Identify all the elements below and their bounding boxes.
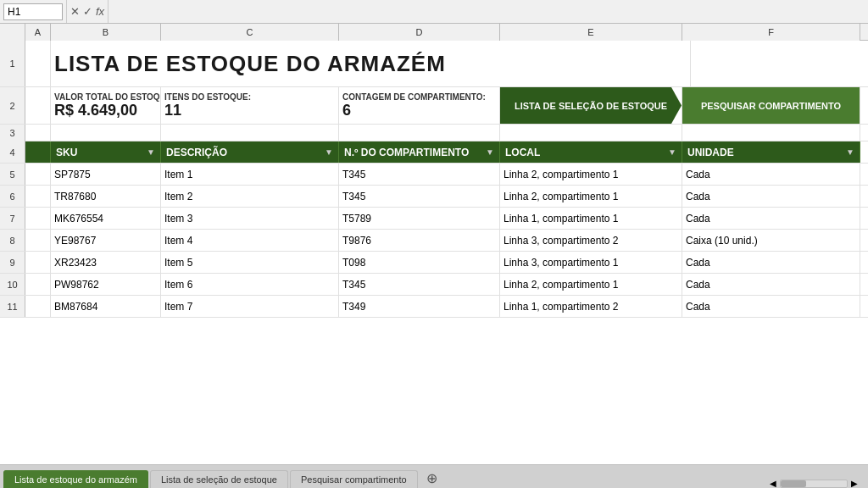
cell-b2-stats: VALOR TOTAL DO ESTOQUE: R$ 4.649,00	[51, 87, 161, 124]
cell-unit-7[interactable]: Cada	[682, 208, 860, 229]
cell-a3	[25, 125, 51, 141]
row-num-9: 9	[0, 252, 25, 273]
sku-dropdown-icon[interactable]: ▼	[147, 147, 155, 157]
col-header-c[interactable]: C	[161, 24, 339, 41]
scroll-track[interactable]	[780, 480, 848, 488]
items-value: 11	[164, 102, 181, 119]
row-10: 10 PW98762 Item 6 T345 Linha 2, comparti…	[0, 274, 868, 296]
header-sku[interactable]: SKU ▼	[51, 141, 161, 163]
cell-loc-11[interactable]: Linha 1, compartimento 2	[500, 296, 682, 317]
function-icon[interactable]: fx	[96, 5, 104, 18]
col-header-e[interactable]: E	[500, 24, 682, 41]
selection-list-button[interactable]: LISTA DE SELEÇÃO DE ESTOQUE	[500, 87, 682, 124]
cell-bin-10[interactable]: T345	[339, 274, 500, 295]
cell-sku-11[interactable]: BM87684	[51, 296, 161, 317]
cell-a1	[25, 41, 51, 86]
cell-bin-9[interactable]: T098	[339, 252, 500, 273]
header-unit[interactable]: UNIDADE ▼	[682, 141, 860, 163]
cell-loc-6[interactable]: Linha 2, compartimento 1	[500, 186, 682, 207]
cell-sku-10[interactable]: PW98762	[51, 274, 161, 295]
cell-title: LISTA DE ESTOQUE DO ARMAZÉM	[51, 41, 691, 86]
cell-sku-7[interactable]: MK676554	[51, 208, 161, 229]
row-num-10: 10	[0, 274, 25, 295]
tab-inventory-list[interactable]: Lista de estoque do armazém	[3, 470, 148, 488]
scroll-left-icon[interactable]: ◀	[770, 479, 776, 488]
cell-unit-9[interactable]: Cada	[682, 252, 860, 273]
cell-a9	[25, 252, 51, 273]
spreadsheet: A B C D E F 1 LISTA DE ESTOQUE DO ARMAZÉ…	[0, 24, 868, 464]
confirm-icon[interactable]: ✓	[83, 5, 92, 18]
cell-bin-7[interactable]: T5789	[339, 208, 500, 229]
cell-a11	[25, 296, 51, 317]
bin-dropdown-icon[interactable]: ▼	[486, 147, 494, 157]
total-label: VALOR TOTAL DO ESTOQUE:	[54, 92, 161, 102]
row-1: 1 LISTA DE ESTOQUE DO ARMAZÉM	[0, 41, 868, 87]
corner-cell	[0, 24, 25, 41]
rows-area: 1 LISTA DE ESTOQUE DO ARMAZÉM 2 VALOR TO…	[0, 41, 868, 464]
row-num-8: 8	[0, 230, 25, 251]
cell-loc-7[interactable]: Linha 1, compartimento 1	[500, 208, 682, 229]
row-num-5: 5	[0, 164, 25, 185]
cell-unit-6[interactable]: Cada	[682, 186, 860, 207]
col-header-d[interactable]: D	[339, 24, 500, 41]
row-num-7: 7	[0, 208, 25, 229]
unit-dropdown-icon[interactable]: ▼	[846, 147, 854, 157]
col-header-f[interactable]: F	[682, 24, 860, 41]
cell-desc-6[interactable]: Item 2	[161, 186, 339, 207]
add-tab-button[interactable]: ⊕	[420, 469, 444, 488]
cell-a5	[25, 164, 51, 185]
row-num-1: 1	[0, 41, 25, 86]
column-headers: A B C D E F	[0, 24, 868, 41]
cell-desc-10[interactable]: Item 6	[161, 274, 339, 295]
cell-desc-9[interactable]: Item 5	[161, 252, 339, 273]
cell-sku-9[interactable]: XR23423	[51, 252, 161, 273]
cell-unit-5[interactable]: Cada	[682, 164, 860, 185]
row-2: 2 VALOR TOTAL DO ESTOQUE: R$ 4.649,00 IT…	[0, 87, 868, 125]
cell-desc-8[interactable]: Item 4	[161, 230, 339, 251]
desc-dropdown-icon[interactable]: ▼	[325, 147, 333, 157]
total-value: R$ 4.649,00	[54, 102, 137, 119]
cancel-icon[interactable]: ✕	[70, 5, 80, 18]
cell-unit-10[interactable]: Cada	[682, 274, 860, 295]
cell-a8	[25, 230, 51, 251]
cell-desc-7[interactable]: Item 3	[161, 208, 339, 229]
cell-sku-8[interactable]: YE98767	[51, 230, 161, 251]
cell-sku-5[interactable]: SP7875	[51, 164, 161, 185]
header-bin-number[interactable]: N.º DO COMPARTIMENTO ▼	[339, 141, 500, 163]
cell-e2-btn: LISTA DE SELEÇÃO DE ESTOQUE	[500, 87, 682, 124]
col-header-b[interactable]: B	[51, 24, 161, 41]
formula-input[interactable]	[112, 3, 865, 20]
search-button[interactable]: PESQUISAR COMPARTIMENTO	[682, 87, 860, 124]
row-8: 8 YE98767 Item 4 T9876 Linha 3, comparti…	[0, 230, 868, 252]
scroll-area: ◀ ▶	[770, 479, 865, 488]
cell-desc-5[interactable]: Item 1	[161, 164, 339, 185]
cell-loc-10[interactable]: Linha 2, compartimento 1	[500, 274, 682, 295]
cell-bin-6[interactable]: T345	[339, 186, 500, 207]
loc-dropdown-icon[interactable]: ▼	[668, 147, 676, 157]
count-value: 6	[342, 102, 351, 119]
row-7: 7 MK676554 Item 3 T5789 Linha 1, compart…	[0, 208, 868, 230]
cell-sku-6[interactable]: TR87680	[51, 186, 161, 207]
cell-desc-11[interactable]: Item 7	[161, 296, 339, 317]
cell-b3	[51, 125, 161, 141]
cell-loc-8[interactable]: Linha 3, compartimento 2	[500, 230, 682, 251]
cell-bin-5[interactable]: T345	[339, 164, 500, 185]
formula-bar: H1 ✕ ✓ fx	[0, 0, 868, 24]
row-9: 9 XR23423 Item 5 T098 Linha 3, compartim…	[0, 252, 868, 274]
row-5: 5 SP7875 Item 1 T345 Linha 2, compartime…	[0, 164, 868, 186]
cell-loc-5[interactable]: Linha 2, compartimento 1	[500, 164, 682, 185]
cell-d2-stats: CONTAGEM DE COMPARTIMENTO: 6	[339, 87, 500, 124]
formula-icons: ✕ ✓ fx	[66, 0, 108, 23]
tab-search[interactable]: Pesquisar compartimento	[290, 470, 418, 488]
col-header-a[interactable]: A	[25, 24, 51, 41]
header-location[interactable]: LOCAL ▼	[500, 141, 682, 163]
cell-unit-11[interactable]: Cada	[682, 296, 860, 317]
cell-loc-9[interactable]: Linha 3, compartimento 1	[500, 252, 682, 273]
cell-bin-8[interactable]: T9876	[339, 230, 500, 251]
cell-bin-11[interactable]: T349	[339, 296, 500, 317]
cell-unit-8[interactable]: Caixa (10 unid.)	[682, 230, 860, 251]
tab-selection-list[interactable]: Lista de seleção de estoque	[150, 470, 288, 488]
scroll-right-icon[interactable]: ▶	[851, 479, 858, 488]
header-description[interactable]: DESCRIÇÃO ▼	[161, 141, 339, 163]
cell-reference-box[interactable]: H1	[3, 3, 63, 20]
